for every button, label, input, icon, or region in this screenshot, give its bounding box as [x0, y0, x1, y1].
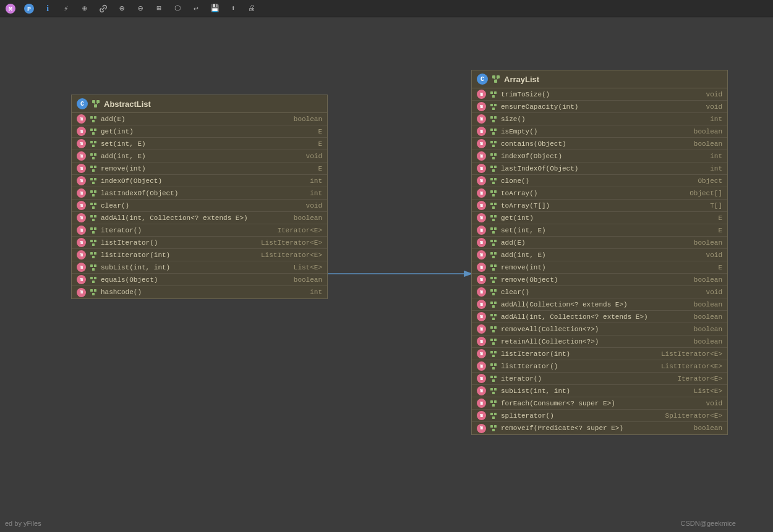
svg-rect-132 [492, 379, 495, 382]
csdn-watermark: CSDN@geekmice [681, 520, 736, 527]
filter-toolbar-icon[interactable]: ⚡ [59, 2, 73, 15]
abstract-list-method-listiterator: m listIterator() ListIterator<E> [72, 237, 327, 249]
svg-rect-34 [92, 206, 95, 209]
svg-line-60 [497, 78, 498, 80]
arraylist-method-trimtosize: m trimToSize() void [472, 88, 727, 101]
svg-rect-71 [494, 129, 497, 131]
method-badge: m [477, 226, 486, 235]
svg-rect-28 [92, 182, 95, 184]
method-tree-icon [89, 140, 98, 148]
method-badge: m [77, 275, 86, 284]
svg-rect-66 [492, 108, 495, 110]
arraylist-method-contains: m contains(Object) boolean [472, 138, 727, 150]
method-badge: m [477, 349, 486, 358]
svg-rect-7 [96, 100, 100, 103]
svg-rect-61 [490, 91, 493, 94]
arraylist-method-foreach: m forEach(Consumer<? super E>) void [472, 397, 727, 410]
svg-rect-20 [90, 153, 93, 156]
zoom-out-toolbar-icon[interactable]: ⊖ [134, 2, 147, 15]
method-tree-icon [89, 152, 98, 161]
undo-toolbar-icon[interactable]: ↩ [189, 2, 203, 15]
abstract-list-method-clear: m clear() void [72, 200, 327, 212]
method-badge: m [77, 201, 86, 210]
layer-toolbar-icon[interactable]: ⊕ [78, 2, 92, 15]
svg-rect-16 [92, 132, 95, 135]
svg-rect-83 [494, 178, 497, 180]
svg-rect-123 [492, 342, 495, 345]
svg-rect-110 [494, 289, 497, 292]
method-tree-icon [489, 164, 498, 173]
m-toolbar-icon[interactable]: M [4, 2, 17, 15]
svg-rect-137 [494, 400, 497, 403]
svg-rect-114 [492, 305, 495, 308]
canvas: C AbstractList m [0, 17, 773, 532]
svg-rect-80 [494, 166, 497, 168]
abstract-list-method-lastindexof: m lastIndexOf(Object) int [72, 187, 327, 200]
svg-rect-23 [90, 166, 93, 168]
method-tree-icon [489, 90, 498, 99]
method-tree-icon [89, 288, 98, 297]
export-toolbar-icon[interactable]: ⬆ [226, 2, 240, 15]
svg-rect-140 [494, 413, 497, 415]
svg-rect-56 [492, 75, 495, 78]
svg-rect-130 [490, 376, 493, 378]
svg-rect-51 [94, 277, 96, 279]
svg-rect-111 [492, 293, 495, 295]
svg-rect-13 [92, 120, 95, 122]
method-tree-icon [489, 362, 498, 371]
save-toolbar-icon[interactable]: 💾 [208, 2, 221, 15]
svg-rect-35 [90, 215, 93, 217]
svg-rect-27 [94, 178, 96, 180]
svg-rect-77 [494, 153, 497, 156]
svg-rect-57 [497, 75, 500, 78]
method-badge: m [77, 263, 86, 272]
svg-rect-103 [490, 264, 493, 267]
link-toolbar-icon[interactable] [96, 2, 110, 15]
method-badge: m [77, 114, 86, 124]
arraylist-method-ensurecapacity: m ensureCapacity(int) void [472, 101, 727, 113]
fit-toolbar-icon[interactable]: ⊞ [152, 2, 166, 15]
svg-rect-136 [490, 400, 493, 403]
svg-rect-95 [494, 227, 497, 230]
method-tree-icon [89, 164, 98, 173]
svg-rect-58 [494, 80, 497, 83]
method-badge: m [77, 213, 86, 222]
method-tree-icon [489, 263, 498, 272]
method-tree-icon [489, 412, 498, 420]
print-toolbar-icon[interactable]: 🖨 [245, 2, 258, 15]
expand-toolbar-icon[interactable]: ⬡ [171, 2, 184, 15]
array-list-tree-icon [492, 75, 500, 83]
svg-rect-122 [494, 339, 497, 341]
svg-line-9 [94, 103, 96, 104]
abstract-list-method-hashcode: m hashCode() int [72, 286, 327, 298]
method-badge: m [477, 411, 486, 420]
zoom-in-toolbar-icon[interactable]: ⊕ [115, 2, 129, 15]
method-tree-icon [89, 276, 98, 284]
method-tree-icon [489, 288, 498, 297]
method-tree-icon [89, 226, 98, 235]
svg-rect-37 [92, 219, 95, 221]
p-toolbar-icon[interactable]: P [22, 2, 36, 15]
svg-rect-33 [94, 203, 96, 205]
info-toolbar-icon[interactable]: i [41, 2, 54, 15]
method-badge: m [477, 238, 486, 247]
method-tree-icon [489, 226, 498, 235]
method-badge: m [477, 90, 486, 99]
svg-rect-109 [490, 289, 493, 292]
abstract-list-name: AbstractList [104, 99, 151, 109]
svg-rect-19 [92, 145, 95, 147]
svg-rect-98 [494, 240, 497, 242]
svg-rect-125 [494, 351, 497, 353]
method-badge: m [477, 337, 486, 346]
svg-rect-93 [492, 219, 495, 221]
svg-rect-79 [490, 166, 493, 168]
svg-rect-26 [90, 178, 93, 180]
method-badge: m [77, 238, 86, 247]
method-tree-icon [489, 300, 498, 309]
svg-rect-8 [94, 104, 97, 108]
abstract-list-method-sublist: m subList(int, int) List<E> [72, 261, 327, 274]
method-tree-icon [89, 214, 98, 222]
method-badge: m [477, 102, 486, 111]
svg-rect-118 [490, 326, 493, 329]
method-tree-icon [489, 325, 498, 334]
